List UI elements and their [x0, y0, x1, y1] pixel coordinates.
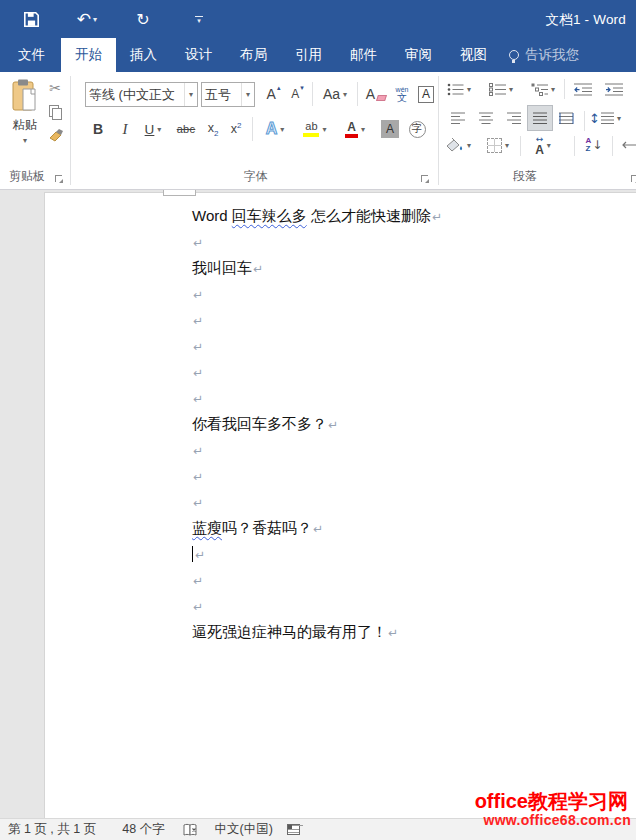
borders-button[interactable]: ▾ [482, 134, 514, 156]
doc-line[interactable]: ↵ [192, 385, 636, 411]
asian-layout-button[interactable]: ↔A▾ [526, 134, 560, 156]
paragraph-mark-icon: ↵ [193, 444, 203, 458]
doc-line[interactable]: ↵ [192, 229, 636, 255]
qat-customize-button[interactable]: ▾ [186, 7, 212, 31]
increase-indent-button[interactable] [601, 78, 627, 100]
separator [574, 136, 575, 156]
caret-down-icon: ▾ [280, 125, 284, 134]
copy-button[interactable] [45, 102, 65, 122]
word-count[interactable]: 48 个字 [122, 821, 164, 838]
shading-button[interactable]: ▾ [442, 134, 474, 156]
change-case-button[interactable]: Aa▾ [318, 82, 352, 106]
clear-formatting-button[interactable]: A [363, 82, 389, 106]
doc-line[interactable]: Word 回车辣么多 怎么才能快速删除↵ [192, 203, 636, 229]
font-color-icon: A [345, 121, 358, 138]
doc-line[interactable]: 你看我回车多不多？↵ [192, 411, 636, 437]
grow-font-button[interactable]: A▴ [262, 82, 284, 106]
tab-mailings[interactable]: 邮件 [336, 38, 391, 72]
language-indicator[interactable]: 中文(中国) [215, 821, 273, 838]
tab-review[interactable]: 审阅 [391, 38, 446, 72]
paragraph-mark-icon: ↵ [193, 340, 203, 354]
doc-text: Word [192, 207, 232, 224]
tab-design[interactable]: 设计 [171, 38, 226, 72]
doc-line[interactable]: ↵ [192, 463, 636, 489]
doc-line[interactable]: 我叫回车↵ [192, 255, 636, 281]
doc-line[interactable]: 蓝瘦吗？香菇吗？↵ [192, 515, 636, 541]
paragraph-mark-icon: ↵ [193, 288, 203, 302]
doc-text-wavy: 蓝瘦 [192, 519, 222, 536]
tell-me-label: 告诉我您 [525, 46, 579, 64]
doc-line[interactable]: ↵ [192, 567, 636, 593]
doc-line[interactable]: ↵ [192, 489, 636, 515]
save-button[interactable] [18, 7, 44, 31]
justify-icon [533, 112, 548, 125]
sort-button[interactable]: AZ ↓ [580, 134, 608, 156]
shrink-font-button[interactable]: A▾ [286, 82, 308, 106]
align-right-button[interactable] [502, 106, 526, 130]
justify-button[interactable] [528, 106, 552, 130]
doc-line[interactable]: ↵ [192, 333, 636, 359]
align-right-icon [507, 112, 522, 125]
paragraph-mark-icon: ↵ [328, 418, 338, 432]
underline-button[interactable]: U▾ [138, 116, 168, 142]
subscript-button[interactable]: x2 [202, 116, 224, 142]
paragraph-dialog-launcher[interactable] [631, 175, 636, 183]
macro-record-icon[interactable] [287, 824, 300, 835]
doc-line[interactable]: ↵ [192, 437, 636, 463]
enclose-characters-button[interactable]: 字 [405, 116, 429, 142]
character-border-button[interactable]: A [415, 82, 437, 106]
undo-button[interactable]: ↶ ▾ [70, 7, 104, 31]
font-color-button[interactable]: A▾ [338, 116, 372, 142]
document-lines: Word 回车辣么多 怎么才能快速删除↵↵我叫回车↵↵↵↵↵↵你看我回车多不多？… [45, 193, 636, 645]
doc-line[interactable]: 逼死强迫症神马的最有用了！↵ [192, 619, 636, 645]
redo-button[interactable]: ↻ [130, 7, 156, 31]
clipboard-group: 粘贴 ▾ ✂ 剪贴板 [0, 72, 71, 189]
tab-insert[interactable]: 插入 [116, 38, 171, 72]
strikethrough-button[interactable]: abc [172, 116, 200, 142]
doc-line[interactable]: ↵ [192, 593, 636, 619]
font-size-select[interactable]: 五号 ▾ [201, 82, 255, 107]
character-shading-button[interactable]: A [378, 116, 402, 142]
font-name-select[interactable]: 等线 (中文正文 ▾ [85, 82, 198, 107]
highlight-button[interactable]: ab▾ [298, 116, 332, 142]
multilevel-list-button[interactable]: ▾ [528, 78, 558, 100]
font-dialog-launcher[interactable] [421, 175, 429, 183]
align-center-button[interactable] [474, 106, 498, 130]
distribute-button[interactable] [554, 106, 578, 130]
bold-button[interactable]: B [86, 116, 110, 142]
tab-view[interactable]: 视图 [446, 38, 501, 72]
paste-button[interactable]: 粘贴 ▾ [4, 78, 46, 164]
doc-line[interactable]: ↵ [192, 541, 636, 567]
doc-line[interactable]: ↵ [192, 307, 636, 333]
text-effects-button[interactable]: A▾ [258, 116, 292, 142]
tab-file[interactable]: 文件 [2, 38, 61, 72]
show-hide-marks-button[interactable] [618, 134, 636, 156]
undo-dropdown-caret[interactable]: ▾ [93, 15, 97, 24]
decrease-indent-button[interactable] [570, 78, 596, 100]
italic-button[interactable]: I [114, 116, 136, 142]
underline-icon: U [145, 122, 155, 137]
superscript-button[interactable]: x2 [225, 116, 247, 142]
doc-line[interactable]: ↵ [192, 359, 636, 385]
subscript-icon: x2 [208, 121, 219, 138]
line-spacing-button[interactable]: ↕ ▾ [588, 106, 622, 130]
tab-home[interactable]: 开始 [61, 38, 116, 72]
tab-layout[interactable]: 布局 [226, 38, 281, 72]
cut-button[interactable]: ✂ [45, 78, 65, 98]
tell-me-box[interactable]: 告诉我您 [509, 38, 579, 72]
doc-line[interactable]: ↵ [192, 281, 636, 307]
numbering-button[interactable]: ▾ [486, 78, 516, 100]
paragraph-mark-icon: ↵ [388, 626, 398, 640]
format-painter-button[interactable] [45, 126, 65, 146]
align-left-button[interactable] [446, 106, 470, 130]
document-page[interactable]: Word 回车辣么多 怎么才能快速删除↵↵我叫回车↵↵↵↵↵↵你看我回车多不多？… [44, 192, 636, 818]
status-bar: 第 1 页 , 共 1 页 48 个字 中文(中国) [0, 818, 636, 840]
tab-references[interactable]: 引用 [281, 38, 336, 72]
proofing-check-button[interactable] [183, 823, 199, 837]
page-indicator[interactable]: 第 1 页 , 共 1 页 [8, 821, 96, 838]
phonetic-guide-button[interactable]: wén文 [392, 82, 412, 106]
paste-dropdown-caret[interactable]: ▾ [23, 136, 27, 145]
clipboard-dialog-launcher[interactable] [55, 175, 63, 183]
bullets-button[interactable]: ▾ [444, 78, 474, 100]
caret-down-icon: ▾ [467, 141, 471, 150]
